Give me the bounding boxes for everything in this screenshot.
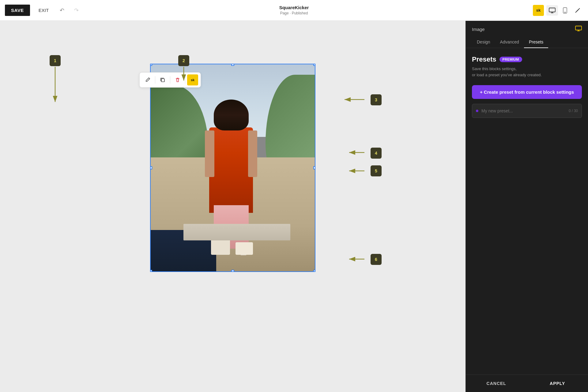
exit-button[interactable]: EXIT	[35, 5, 52, 15]
app-name: SquareKicker	[279, 5, 309, 10]
panel-title: Image	[472, 27, 485, 32]
handle-middle-right[interactable]	[313, 166, 315, 169]
handle-bottom-left[interactable]	[150, 270, 152, 272]
panel-header: Image	[466, 21, 588, 33]
redo-button[interactable]: ↷	[72, 5, 81, 16]
panel-monitor-icon	[575, 26, 582, 33]
presets-description: Save this blocks settings, or load a pre…	[472, 66, 582, 78]
page-status: Page · Published	[280, 11, 308, 15]
annotation-1: 1	[50, 55, 61, 66]
svg-rect-12	[161, 79, 164, 82]
topbar-center: SquareKicker Page · Published	[279, 5, 309, 16]
preset-char-count: 0 / 30	[569, 109, 578, 113]
panel-content: Presets PREMIUM Save this blocks setting…	[466, 48, 588, 375]
create-preset-button[interactable]: + Create preset from current block setti…	[472, 85, 582, 99]
toolbar-divider-2	[170, 76, 170, 84]
image-block-wrapper	[150, 64, 315, 272]
svg-rect-13	[575, 26, 582, 30]
toolbar-divider-1	[155, 76, 155, 84]
edit-icon[interactable]	[142, 74, 153, 85]
tab-presets[interactable]: Presets	[524, 36, 548, 48]
panel-footer: CANCEL APPLY	[466, 375, 588, 392]
panel-tabs: Design Advanced Presets	[466, 36, 588, 48]
handle-top-middle[interactable]	[231, 64, 234, 66]
mobile-view-button[interactable]	[560, 5, 570, 16]
handle-top-left[interactable]	[150, 64, 152, 66]
preset-name-input[interactable]	[481, 104, 566, 118]
cancel-button[interactable]: CANCEL	[466, 375, 527, 392]
image-block[interactable]	[150, 64, 315, 272]
annotation-4: 4	[371, 148, 382, 159]
desktop-view-button[interactable]	[546, 5, 558, 16]
undo-button[interactable]: ↶	[57, 5, 67, 16]
apply-button[interactable]: APPLY	[527, 375, 588, 392]
right-panel: Image Design Advanced Presets Presets PR…	[466, 21, 588, 392]
handle-top-right[interactable]	[313, 64, 315, 66]
handle-bottom-right[interactable]	[313, 270, 315, 272]
topbar-right: sk	[533, 5, 583, 16]
handle-middle-left[interactable]	[150, 166, 152, 169]
tab-design[interactable]: Design	[472, 36, 495, 48]
preset-name-row: 0 / 30	[472, 104, 582, 118]
sk-icon[interactable]: sk	[187, 74, 198, 85]
annotation-6: 6	[371, 254, 382, 265]
annotation-3: 3	[371, 94, 382, 105]
annotation-5: 5	[371, 165, 382, 176]
save-button[interactable]: SAVE	[5, 5, 30, 16]
topbar: SAVE EXIT ↶ ↷ SquareKicker Page · Publis…	[0, 0, 588, 21]
svg-point-4	[565, 12, 565, 13]
preset-dot	[476, 110, 478, 112]
annotation-2: 2	[178, 55, 189, 66]
handle-bottom-middle[interactable]	[231, 270, 234, 272]
tab-advanced[interactable]: Advanced	[495, 36, 524, 48]
main-area: 1 2 3 4 5 6	[0, 21, 588, 392]
delete-icon[interactable]	[172, 74, 183, 85]
canvas-area: 1 2 3 4 5 6	[0, 21, 466, 392]
presets-title: Presets	[472, 55, 496, 63]
premium-badge: PREMIUM	[499, 57, 522, 62]
block-toolbar: sk	[139, 72, 201, 88]
sk-logo: sk	[533, 5, 544, 16]
design-tools-button[interactable]	[572, 5, 583, 16]
presets-header: Presets PREMIUM	[472, 55, 582, 63]
svg-rect-0	[549, 8, 555, 12]
toolbar-divider-3	[185, 76, 185, 84]
topbar-left: SAVE EXIT ↶ ↷	[5, 5, 81, 16]
duplicate-icon[interactable]	[157, 74, 168, 85]
